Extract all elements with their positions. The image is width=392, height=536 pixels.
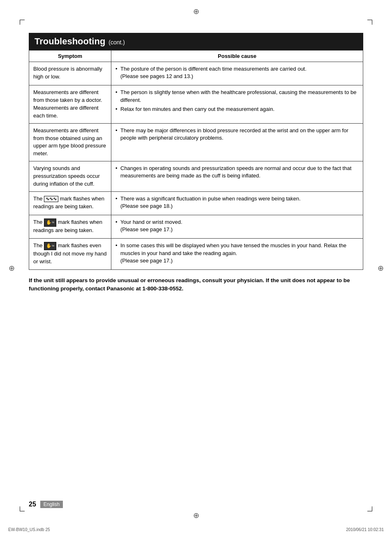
- symptom-cell: Measurements are different from those ob…: [29, 123, 111, 161]
- main-content: Troubleshooting (cont.) Symptom Possible…: [29, 33, 363, 293]
- hand-mark-symbol: ✋≈: [44, 219, 56, 227]
- col-header-cause: Possible cause: [111, 51, 363, 62]
- table-row: Varying sounds and pressurization speeds…: [29, 161, 363, 192]
- title-cont: (cont.): [108, 39, 125, 46]
- cause-cell: There may be major differences in blood …: [111, 123, 363, 161]
- table-row: The ∿∿∿ mark flashes when readings are b…: [29, 191, 363, 215]
- language-badge: English: [40, 501, 63, 508]
- symptom-cell: Measurements are different from those ta…: [29, 85, 111, 123]
- page-footer: 25 English: [29, 501, 363, 508]
- crosshair-bottom: [192, 511, 200, 520]
- crosshair-right: [376, 264, 385, 272]
- wave-mark-symbol: ∿∿∿: [44, 196, 58, 202]
- cause-cell: Your hand or wrist moved.(Please see pag…: [111, 215, 363, 239]
- title-main: Troubleshooting: [35, 36, 105, 47]
- table-row: Measurements are different from those ta…: [29, 85, 363, 123]
- table-row: The ✋≈ mark flashes even though I did no…: [29, 239, 363, 270]
- corner-mark-br: [367, 506, 372, 511]
- corner-mark-tr: [367, 20, 372, 25]
- page-wrapper: Troubleshooting (cont.) Symptom Possible…: [0, 0, 392, 536]
- table-row: Blood pressure is abnormally high or low…: [29, 62, 363, 85]
- page-number: 25: [29, 501, 36, 508]
- file-info: EW-BW10_US.indb 25 2010/06/21 10:02:31: [0, 527, 392, 532]
- symptom-cell: Blood pressure is abnormally high or low…: [29, 62, 111, 85]
- table-row: Measurements are different from those ob…: [29, 123, 363, 161]
- file-info-left: EW-BW10_US.indb 25: [8, 527, 50, 532]
- crosshair-top: [192, 7, 200, 16]
- cause-cell: There was a significant fluctuation in p…: [111, 191, 363, 215]
- hand-mark-symbol-2: ✋≈: [44, 242, 56, 250]
- title-bar: Troubleshooting (cont.): [29, 33, 363, 50]
- cause-cell: The posture of the person is different e…: [111, 62, 363, 85]
- cause-cell: In some cases this will be displayed whe…: [111, 239, 363, 270]
- cause-cell: The person is slightly tense when with t…: [111, 85, 363, 123]
- symptom-cell: The ∿∿∿ mark flashes when readings are b…: [29, 191, 111, 215]
- table-row: The ✋≈ mark flashes when readings are be…: [29, 215, 363, 239]
- symptom-cell: The ✋≈ mark flashes when readings are be…: [29, 215, 111, 239]
- corner-mark-bl: [20, 506, 25, 511]
- col-header-symptom: Symptom: [29, 51, 111, 62]
- symptom-cell: The ✋≈ mark flashes even though I did no…: [29, 239, 111, 270]
- corner-mark-tl: [20, 20, 25, 25]
- troubleshooting-table: Symptom Possible cause Blood pressure is…: [29, 50, 363, 270]
- file-info-right: 2010/06/21 10:02:31: [346, 527, 384, 532]
- cause-cell: Changes in operating sounds and pressuri…: [111, 161, 363, 192]
- symptom-cell: Varying sounds and pressurization speeds…: [29, 161, 111, 192]
- footer-note: If the unit still appears to provide unu…: [29, 276, 363, 293]
- crosshair-left: [7, 264, 16, 272]
